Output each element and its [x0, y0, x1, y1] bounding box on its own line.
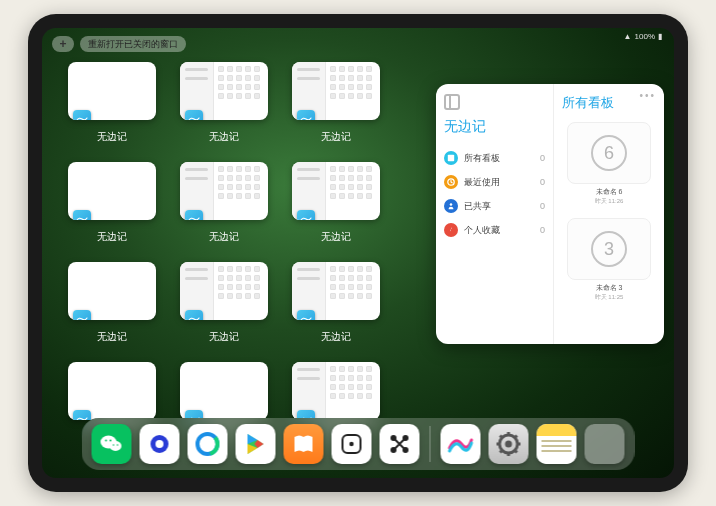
thumbnail-label: 无边记	[97, 130, 127, 144]
window-thumbnail[interactable]: 无边记	[68, 262, 156, 344]
thumbnail-label: 无边记	[97, 230, 127, 244]
panel-title-left: 无边记	[444, 118, 545, 136]
svg-line-24	[514, 450, 517, 453]
thumbnail-label: 无边记	[321, 330, 351, 344]
thumbnail-label: 无边记	[321, 230, 351, 244]
menu-label: 个人收藏	[464, 224, 500, 237]
svg-rect-0	[448, 155, 454, 161]
svg-point-4	[110, 441, 122, 451]
reopen-closed-window-button[interactable]: 重新打开已关闭的窗口	[80, 36, 186, 52]
dock-app-settings[interactable]	[489, 424, 529, 464]
sidebar-menu-item[interactable]: 所有看板0	[444, 146, 545, 170]
battery-text: 100%	[635, 32, 655, 41]
preview-panel[interactable]: ••• 无边记 所有看板0最近使用0已共享0个人收藏0 所有看板 6未命名 6昨…	[436, 84, 664, 344]
menu-count: 0	[540, 177, 545, 187]
thumbnail-label: 无边记	[209, 230, 239, 244]
window-thumbnail[interactable]: 无边记	[292, 262, 380, 344]
window-thumbnails: 无边记无边记无边记无边记无边记无边记无边记无边记无边记无边记无边记无边记	[68, 62, 428, 444]
menu-count: 0	[540, 153, 545, 163]
scribble-icon: 3	[591, 231, 627, 267]
freeform-app-icon	[185, 110, 203, 120]
dock-app-books[interactable]	[284, 424, 324, 464]
svg-point-5	[105, 440, 107, 442]
dock-app-connect[interactable]	[380, 424, 420, 464]
svg-line-28	[500, 436, 503, 439]
scribble-icon: 6	[591, 135, 627, 171]
window-thumbnail[interactable]: 无边记	[180, 162, 268, 244]
menu-icon	[444, 199, 458, 213]
panel-sidebar: 无边记 所有看板0最近使用0已共享0个人收藏0	[436, 84, 554, 344]
board-date: 昨天 11:26	[595, 197, 624, 206]
svg-point-20	[505, 441, 512, 448]
thumbnail-label: 无边记	[209, 130, 239, 144]
ipad-frame: ▲ 100% ▮ + 重新打开已关闭的窗口 无边记无边记无边记无边记无边记无边记…	[28, 14, 688, 492]
freeform-app-icon	[73, 210, 91, 220]
window-thumbnail[interactable]: 无边记	[292, 62, 380, 144]
freeform-app-icon	[297, 310, 315, 320]
freeform-app-icon	[73, 410, 91, 420]
dock-app-play[interactable]	[236, 424, 276, 464]
panel-boards: 所有看板 6未命名 6昨天 11:263未命名 3昨天 11:25	[554, 84, 664, 344]
menu-count: 0	[540, 225, 545, 235]
battery-icon: ▮	[658, 32, 662, 41]
svg-point-7	[113, 444, 115, 446]
sidebar-toggle-icon[interactable]	[444, 94, 460, 110]
board-date: 昨天 11:25	[595, 293, 624, 302]
menu-label: 最近使用	[464, 176, 500, 189]
freeform-app-icon	[185, 310, 203, 320]
dock-app-notes[interactable]	[537, 424, 577, 464]
window-thumbnail[interactable]: 无边记	[292, 162, 380, 244]
freeform-app-icon	[297, 210, 315, 220]
svg-line-22	[514, 436, 517, 439]
panel-handle[interactable]: •••	[639, 90, 656, 101]
dock-divider	[430, 426, 431, 462]
window-thumbnail[interactable]: 无边记	[180, 62, 268, 144]
dock-app-dice[interactable]	[332, 424, 372, 464]
svg-point-8	[117, 444, 119, 446]
sidebar-menu-item[interactable]: 最近使用0	[444, 170, 545, 194]
menu-label: 已共享	[464, 200, 491, 213]
menu-icon	[444, 175, 458, 189]
status-bar: ▲ 100% ▮	[624, 32, 662, 41]
dock	[82, 418, 635, 470]
sidebar-menu-item[interactable]: 个人收藏0	[444, 218, 545, 242]
menu-icon	[444, 223, 458, 237]
add-window-button[interactable]: +	[52, 36, 74, 52]
svg-point-6	[110, 440, 112, 442]
svg-line-26	[500, 450, 503, 453]
menu-icon	[444, 151, 458, 165]
dock-app-qqbrowser[interactable]	[188, 424, 228, 464]
dock-app-library[interactable]	[585, 424, 625, 464]
dock-app-freeform[interactable]	[441, 424, 481, 464]
board-name: 未命名 6	[596, 187, 623, 197]
thumbnail-label: 无边记	[97, 330, 127, 344]
window-thumbnail[interactable]: 无边记	[180, 262, 268, 344]
freeform-app-icon	[185, 210, 203, 220]
wifi-icon: ▲	[624, 32, 632, 41]
screen: ▲ 100% ▮ + 重新打开已关闭的窗口 无边记无边记无边记无边记无边记无边记…	[42, 28, 674, 478]
dock-app-quark[interactable]	[140, 424, 180, 464]
freeform-app-icon	[73, 110, 91, 120]
board-card[interactable]: 3未命名 3昨天 11:25	[567, 218, 651, 302]
thumbnail-label: 无边记	[209, 330, 239, 344]
svg-point-10	[156, 440, 164, 448]
thumbnail-label: 无边记	[321, 130, 351, 144]
freeform-app-icon	[297, 110, 315, 120]
dock-app-wechat[interactable]	[92, 424, 132, 464]
menu-label: 所有看板	[464, 152, 500, 165]
svg-point-14	[349, 442, 353, 446]
menu-count: 0	[540, 201, 545, 211]
board-card[interactable]: 6未命名 6昨天 11:26	[567, 122, 651, 206]
window-thumbnail[interactable]: 无边记	[68, 162, 156, 244]
freeform-app-icon	[73, 310, 91, 320]
window-thumbnail[interactable]: 无边记	[68, 62, 156, 144]
svg-point-2	[450, 203, 453, 206]
board-name: 未命名 3	[596, 283, 623, 293]
sidebar-menu-item[interactable]: 已共享0	[444, 194, 545, 218]
